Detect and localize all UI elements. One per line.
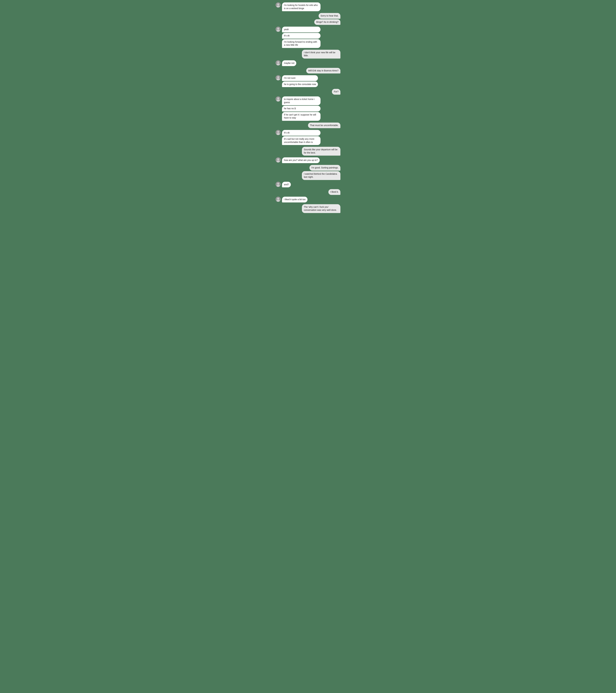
message-bubble: he is going to the consulate now (282, 81, 318, 87)
message-group-sent: For? (274, 89, 342, 95)
message-bubble: I liked it. (329, 189, 340, 195)
received-bubbles: i'm not sure he is going to the consulat… (282, 75, 318, 87)
message-bubble: if he can't get it i suppose he will hav… (282, 112, 320, 121)
message-bubble: Sorry to hear that. (319, 13, 340, 19)
svg-point-10 (277, 76, 279, 78)
message-bubble: he has no $ (282, 106, 320, 112)
message-group-sent: Will Erik stay in Buenos Aires? (274, 68, 342, 74)
avatar (276, 75, 281, 80)
message-bubble: i liked it quite a bit too (282, 197, 307, 202)
message-bubble: I watched Behind the Candelabra last nig… (302, 171, 340, 180)
message-row: how are you? what are you up to? (274, 157, 342, 163)
avatar (276, 182, 281, 187)
chat-container: i'm looking for hostels for erik who is … (274, 0, 342, 693)
message-row: i liked it quite a bit too (274, 197, 342, 202)
avatar (276, 60, 281, 65)
message-bubble: Binge? As in drinking? (314, 19, 340, 25)
message-group-sent: I liked it. (274, 189, 342, 195)
message-row: maybe not (274, 60, 342, 66)
message-group-sent: That must be uncomfortable. (274, 122, 342, 128)
message-bubble: how are you? what are you up to? (282, 157, 320, 163)
message-row: it's ok it's sad but not really any more… (274, 130, 342, 145)
message-row: to inquire about a ticket home i guess h… (274, 96, 342, 121)
message-group-sent: Sounds like your departure will be for t… (274, 147, 342, 156)
message-bubble: That must be uncomfortable. (308, 122, 340, 128)
message-bubble: For? (332, 89, 340, 95)
message-bubble: it's ok (282, 130, 320, 136)
svg-point-16 (277, 131, 279, 133)
received-bubbles: to inquire about a ticket home i guess h… (282, 96, 320, 121)
message-row: yeah it's ok i'm looking forward to endi… (274, 27, 342, 48)
svg-point-22 (277, 183, 279, 185)
message-bubble: it's ok (282, 33, 320, 39)
avatar (276, 27, 281, 32)
message-bubble: to inquire about a ticket home i guess (282, 96, 320, 105)
avatar (276, 157, 281, 162)
message-bubble: i'm not sure (282, 75, 318, 81)
svg-point-1 (277, 3, 279, 5)
received-bubbles: yeah it's ok i'm looking forward to endi… (282, 27, 320, 48)
received-bubbles: it's ok it's sad but not really any more… (282, 130, 320, 145)
message-row: and? (274, 182, 342, 187)
message-bubble: yeah (282, 27, 320, 33)
avatar (276, 96, 281, 102)
message-bubble: I'm good. Sorting paintings. (310, 165, 340, 171)
message-row: i'm looking for hostels for erik who is … (274, 2, 342, 11)
avatar (276, 197, 281, 202)
message-bubble: Will Erik stay in Buenos Aires? (306, 68, 340, 74)
svg-point-25 (277, 198, 279, 200)
message-bubble: The 'why can't i fuck you' conversation … (302, 204, 340, 213)
message-bubble: and? (282, 182, 291, 187)
svg-point-19 (277, 158, 279, 160)
message-group-sent: I'm good. Sorting paintings. I watched B… (274, 165, 342, 180)
svg-point-4 (277, 27, 279, 29)
message-bubble: I don't think your new life will be litt… (302, 50, 340, 59)
avatar (276, 130, 281, 135)
message-group-sent: Sorry to hear that. Binge? As in drinkin… (274, 13, 342, 25)
message-group-sent: I don't think your new life will be litt… (274, 50, 342, 59)
message-group-sent: The 'why can't i fuck you' conversation … (274, 204, 342, 213)
message-row: i'm not sure he is going to the consulat… (274, 75, 342, 87)
message-bubble: Sounds like your departure will be for t… (302, 147, 340, 156)
avatar (276, 2, 281, 7)
svg-point-7 (277, 61, 279, 63)
message-bubble: i'm looking for hostels for erik who is … (282, 2, 320, 11)
message-bubble: i'm looking forward to ending with a new… (282, 39, 320, 48)
message-bubble: maybe not (282, 60, 296, 66)
message-bubble: it's sad but not really any more uncomfo… (282, 136, 320, 145)
svg-point-13 (277, 97, 279, 99)
